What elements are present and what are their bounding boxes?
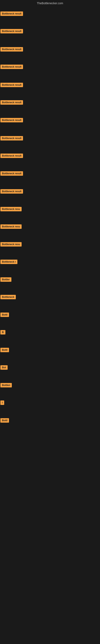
result-item-11: Bottleneck result	[0, 189, 23, 194]
result-item-12: Bottleneck resu	[0, 207, 22, 212]
bottleneck-badge-13: Bottleneck resu	[0, 224, 22, 229]
page-container: TheBottlenecker.com Bottleneck resultBot…	[0, 0, 100, 644]
bottleneck-badge-23: I	[0, 400, 4, 405]
bottleneck-badge-10: Bottleneck result	[0, 171, 23, 176]
result-item-20: Bottl	[0, 348, 9, 353]
result-item-18: Bottl	[0, 312, 9, 318]
result-item-19: B	[0, 330, 5, 335]
result-item-16: Bottler	[0, 277, 11, 282]
bottleneck-badge-19: B	[0, 330, 5, 334]
result-item-10: Bottleneck result	[0, 171, 23, 176]
result-item-9: Bottleneck result	[0, 154, 23, 159]
bottleneck-badge-7: Bottleneck result	[0, 118, 23, 122]
bottleneck-badge-1: Bottleneck result	[0, 12, 23, 16]
bottleneck-badge-3: Bottleneck result	[0, 47, 23, 52]
result-item-3: Bottleneck result	[0, 47, 23, 52]
bottleneck-badge-16: Bottler	[0, 277, 11, 282]
result-item-7: Bottleneck result	[0, 118, 23, 123]
result-item-17: Bottleneck	[0, 295, 16, 300]
result-item-24: Bottl	[0, 418, 9, 424]
result-item-2: Bottleneck result	[0, 29, 23, 34]
site-title: TheBottlenecker.com	[0, 0, 100, 6]
bottleneck-badge-5: Bottleneck result	[0, 83, 23, 87]
bottleneck-badge-12: Bottleneck resu	[0, 207, 22, 211]
result-item-22: Bottlen	[0, 383, 12, 388]
result-item-1: Bottleneck result	[0, 12, 23, 17]
bottleneck-badge-18: Bottl	[0, 312, 9, 317]
bottleneck-badge-17: Bottleneck	[0, 295, 16, 299]
bottleneck-badge-2: Bottleneck result	[0, 29, 23, 34]
bottleneck-badge-6: Bottleneck result	[0, 100, 23, 105]
result-item-13: Bottleneck resu	[0, 224, 22, 230]
bottleneck-badge-22: Bottlen	[0, 383, 12, 388]
result-item-21: Bot	[0, 365, 8, 370]
bottleneck-badge-20: Bottl	[0, 348, 9, 352]
result-item-6: Bottleneck result	[0, 100, 23, 106]
result-item-14: Bottleneck resu	[0, 242, 22, 247]
bottleneck-badge-9: Bottleneck result	[0, 154, 23, 158]
bottleneck-badge-14: Bottleneck resu	[0, 242, 22, 246]
bottleneck-badge-8: Bottleneck result	[0, 136, 23, 140]
result-item-4: Bottleneck result	[0, 64, 23, 70]
bottleneck-badge-11: Bottleneck result	[0, 189, 23, 194]
bottleneck-badge-24: Bottl	[0, 418, 9, 422]
bottleneck-badge-21: Bot	[0, 365, 8, 370]
bottleneck-badge-15: Bottleneck r	[0, 260, 17, 264]
result-item-5: Bottleneck result	[0, 83, 23, 88]
result-item-8: Bottleneck result	[0, 136, 23, 141]
bottleneck-badge-4: Bottleneck result	[0, 64, 23, 69]
result-item-15: Bottleneck r	[0, 260, 17, 265]
result-item-23: I	[0, 400, 4, 406]
